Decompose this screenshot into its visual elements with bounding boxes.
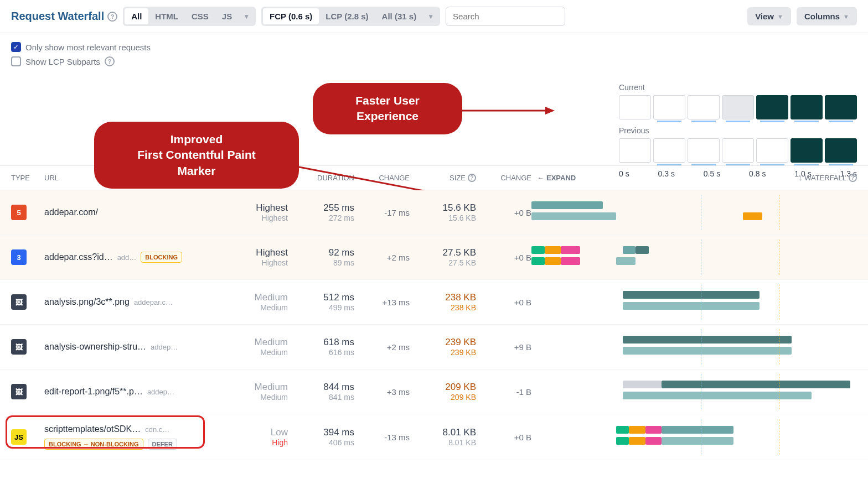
filter-css[interactable]: CSS [185,8,215,24]
arrow-icon [459,102,554,124]
filmstrip-thumb[interactable] [790,138,823,163]
filmstrip-thumb[interactable] [790,95,823,119]
waterfall-bars[interactable] [531,425,857,449]
filmstrip-previous-row[interactable] [619,138,857,163]
request-url: analysis-ownership-stru… addep… [44,342,221,352]
waterfall-bars[interactable] [531,245,857,269]
size-value: 8.01 KB8.01 KB [410,427,476,447]
priority-value: LowHigh [221,427,288,447]
size-value: 239 KB239 KB [410,337,476,357]
request-url: addepar.com/ [44,207,221,217]
img-icon: 🖼 [11,339,27,355]
filmstrip-thumb[interactable] [825,138,857,163]
help-icon[interactable]: ? [107,12,117,22]
size-change-value: +0 B [476,298,531,307]
size-change-value: +0 B [476,433,531,442]
table-row[interactable]: JS scripttemplates/otSDK… cdn.c… BLOCKIN… [0,414,868,460]
help-icon[interactable]: ? [105,56,115,66]
duration-value: 394 ms406 ms [288,427,354,447]
chevron-down-icon[interactable]: ▼ [239,13,254,20]
duration-value: 844 ms841 ms [288,382,354,402]
table-row[interactable]: 🖼 edit-report-1.png/f5**.p… addep… Mediu… [0,369,868,414]
filmstrip-thumb[interactable] [688,138,720,163]
size-change-value: +0 B [476,253,531,262]
metric-filter[interactable]: FCP (0.6 s) LCP (2.8 s) All (31 s) ▼ [261,7,440,26]
col-type[interactable]: TYPE [11,174,44,182]
chevron-down-icon: ▼ [843,13,849,20]
view-button[interactable]: View▼ [747,7,791,25]
filter-fcp[interactable]: FCP (0.6 s) [263,8,319,24]
priority-value: MediumMedium [221,382,288,402]
filter-html[interactable]: HTML [148,8,185,24]
filter-all[interactable]: All [125,8,148,24]
only-relevant-checkbox[interactable]: ✓ Only show most relevant requests [11,42,857,52]
table-row[interactable]: 🖼 analysis-ownership-stru… addep… Medium… [0,325,868,369]
filmstrip-thumb[interactable] [619,95,651,119]
type-filter[interactable]: All HTML CSS JS ▼ [123,7,256,26]
filmstrip-thumb[interactable] [653,138,685,163]
waterfall-bars[interactable] [531,379,857,404]
priority-value: HighestHighest [221,247,288,267]
chevron-down-icon[interactable]: ▼ [423,13,438,20]
request-url: analysis.png/3c**.png addepar.c… [44,297,221,307]
columns-button[interactable]: Columns▼ [797,7,857,25]
filter-js[interactable]: JS [215,8,239,24]
table-row[interactable]: 5 addepar.com/ HighestHighest 255 ms272 … [0,190,868,235]
callout-fcp-marker: Improved First Contentful Paint Marker [94,122,299,189]
img-icon: 🖼 [11,384,27,399]
filter-all-time[interactable]: All (31 s) [375,8,423,24]
change-value: +2 ms [354,253,410,262]
filmstrip-current-label: Current [619,83,857,92]
expand-button[interactable]: ← EXPAND [531,174,576,182]
duration-value: 92 ms89 ms [288,247,354,267]
filmstrip-current-row[interactable] [619,95,857,119]
filmstrip-thumb[interactable] [653,95,685,119]
request-url: addepar.css?id… add… BLOCKING [44,252,221,263]
checkbox-icon [11,56,21,66]
js-icon: JS [11,429,27,445]
size-change-value: -1 B [476,387,531,397]
page-title: Request Waterfall ? [11,10,117,23]
waterfall-bars[interactable] [531,290,857,314]
help-icon[interactable]: ? [849,174,857,182]
tag-badge: DEFER [148,439,177,450]
request-url: scripttemplates/otSDK… cdn.c… BLOCKING →… [44,424,221,450]
filmstrip-thumb[interactable] [688,95,720,119]
filmstrip-thumb[interactable] [825,95,857,119]
priority-value: MediumMedium [221,292,288,312]
callout-faster-ux: Faster User Experience [313,83,462,134]
size-change-value: +0 B [476,208,531,217]
filmstrip-thumb[interactable] [722,95,754,119]
size-change-value: +9 B [476,342,531,352]
img-icon: 🖼 [11,294,27,310]
waterfall-bars[interactable] [531,335,857,359]
filmstrip-thumb[interactable] [619,138,651,163]
size-value: 27.5 KB27.5 KB [410,247,476,267]
duration-value: 255 ms272 ms [288,202,354,222]
change-value: -13 ms [354,433,410,442]
waterfall-bars[interactable] [531,200,857,225]
size-value: 238 KB238 KB [410,292,476,312]
filmstrip-thumb[interactable] [756,138,788,163]
filmstrip-thumb[interactable] [756,95,788,119]
tag-badge: BLOCKING [141,252,182,263]
filter-lcp[interactable]: LCP (2.8 s) [319,8,375,24]
duration-value: 512 ms499 ms [288,292,354,312]
tag-badge: BLOCKING → NON-BLOCKING [44,439,143,450]
change-value: +2 ms [354,342,410,352]
chevron-down-icon: ▼ [777,13,783,20]
waterfall-label[interactable]: ↓ WATERFALL ? [799,174,857,182]
search-input[interactable] [446,7,565,26]
table-row[interactable]: 🖼 analysis.png/3c**.png addepar.c… Mediu… [0,280,868,325]
table-row[interactable]: 3 addepar.css?id… add… BLOCKING HighestH… [0,235,868,280]
filmstrip-thumb[interactable] [722,138,754,163]
size-value: 209 KB209 KB [410,382,476,402]
css-icon: 3 [11,249,27,265]
change-value: +13 ms [354,298,410,307]
filmstrip-previous-label: Previous [619,126,857,135]
html-icon: 5 [11,205,27,220]
request-url: edit-report-1.png/f5**.p… addep… [44,387,221,397]
show-lcp-checkbox[interactable]: Show LCP Subparts ? [11,56,857,66]
duration-value: 618 ms616 ms [288,337,354,357]
change-value: -17 ms [354,208,410,217]
